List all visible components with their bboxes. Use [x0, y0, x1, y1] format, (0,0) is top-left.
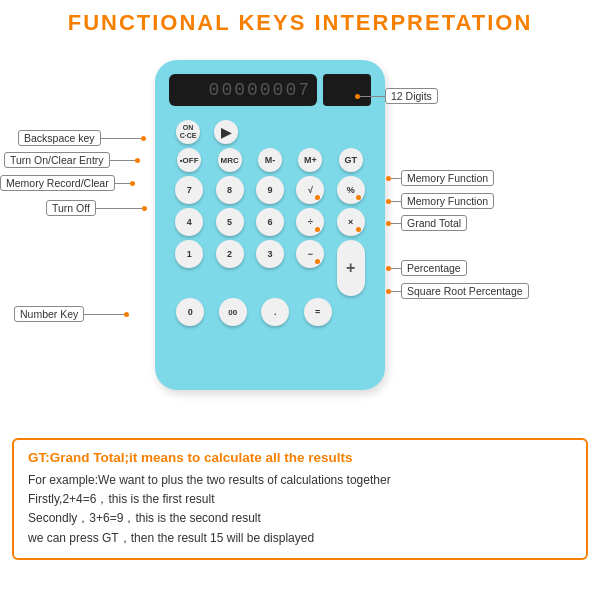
btn-percent[interactable]: %	[337, 176, 365, 204]
row-mem: •OFF MRC M- M+ GT	[169, 148, 371, 172]
number-key-label: Number Key	[14, 306, 84, 322]
calculator-body: 00000007 ONC·CE ▶ •OFF MRC M- M+ GT	[155, 60, 385, 390]
grand-total-label: Grand Total	[401, 215, 467, 231]
btn-2[interactable]: 2	[216, 240, 244, 268]
info-title: GT:Grand Total;it means to calculate all…	[28, 450, 572, 465]
btn-minus[interactable]: −	[296, 240, 324, 268]
memfunc1-label: Memory Function	[401, 170, 494, 186]
btn-on-cce[interactable]: ONC·CE	[176, 120, 200, 144]
row-789: 7 8 9 √ %	[169, 176, 371, 204]
btn-5[interactable]: 5	[216, 208, 244, 236]
memfunc2-label: Memory Function	[401, 193, 494, 209]
diagram-area: 00000007 ONC·CE ▶ •OFF MRC M- M+ GT	[0, 42, 600, 432]
info-line-2: Firstly,2+4=6，this is the first result	[28, 490, 572, 509]
row-on: ONC·CE ▶	[169, 120, 371, 144]
info-line-4: we can press GT，then the result 15 will …	[28, 529, 572, 548]
btn-7[interactable]: 7	[175, 176, 203, 204]
info-line-1: For example:We want to plus the two resu…	[28, 471, 572, 490]
percentage-label: Percentage	[401, 260, 467, 276]
btn-4[interactable]: 4	[175, 208, 203, 236]
btn-3[interactable]: 3	[256, 240, 284, 268]
btn-multiply[interactable]: ×	[337, 208, 365, 236]
display-digits: 00000007	[209, 80, 311, 100]
mem-rec-label: Memory Record/Clear	[0, 175, 115, 191]
btn-1[interactable]: 1	[175, 240, 203, 268]
btn-mminus[interactable]: M-	[258, 148, 282, 172]
ann-grand-total: Grand Total	[386, 215, 467, 231]
page-title: FUNCTIONAL KEYS INTERPRETATION	[0, 0, 600, 42]
ann-memfunc2: Memory Function	[386, 193, 494, 209]
ann-number-key: Number Key	[14, 306, 129, 322]
ann-12digits: 12 Digits	[355, 88, 438, 104]
display-screen: 00000007	[169, 74, 317, 106]
btn-8[interactable]: 8	[216, 176, 244, 204]
sqrt-pct-label: Square Root Percentage	[401, 283, 529, 299]
btn-mrc[interactable]: MRC	[218, 148, 242, 172]
ann-turn-on: Turn On/Clear Entry	[4, 152, 140, 168]
btn-play[interactable]: ▶	[214, 120, 238, 144]
info-box: GT:Grand Total;it means to calculate all…	[12, 438, 588, 560]
ann-turn-off: Turn Off	[46, 200, 147, 216]
btn-gt[interactable]: GT	[339, 148, 363, 172]
btn-0[interactable]: 0	[176, 298, 204, 326]
ann-percentage: Percentage	[386, 260, 467, 276]
ann-mem-rec: Memory Record/Clear	[0, 175, 135, 191]
row-456: 4 5 6 ÷ ×	[169, 208, 371, 236]
ann-backspace: Backspace key	[18, 130, 153, 146]
btn-equals[interactable]: =	[304, 298, 332, 326]
ann-sqrt-pct: Square Root Percentage	[386, 283, 529, 299]
turn-on-label: Turn On/Clear Entry	[4, 152, 110, 168]
digits12-label: 12 Digits	[385, 88, 438, 104]
btn-00[interactable]: 00	[219, 298, 247, 326]
ann-memfunc1: Memory Function	[386, 170, 494, 186]
btn-9[interactable]: 9	[256, 176, 284, 204]
btn-dot[interactable]: .	[261, 298, 289, 326]
turn-off-label: Turn Off	[46, 200, 96, 216]
btn-mplus[interactable]: M+	[298, 148, 322, 172]
btn-off[interactable]: •OFF	[177, 148, 201, 172]
btn-plus[interactable]: +	[337, 240, 365, 296]
btn-6[interactable]: 6	[256, 208, 284, 236]
btn-divide[interactable]: ÷	[296, 208, 324, 236]
btn-sqrt[interactable]: √	[296, 176, 324, 204]
backspace-label: Backspace key	[18, 130, 101, 146]
info-line-3: Secondly，3+6=9，this is the second result	[28, 509, 572, 528]
